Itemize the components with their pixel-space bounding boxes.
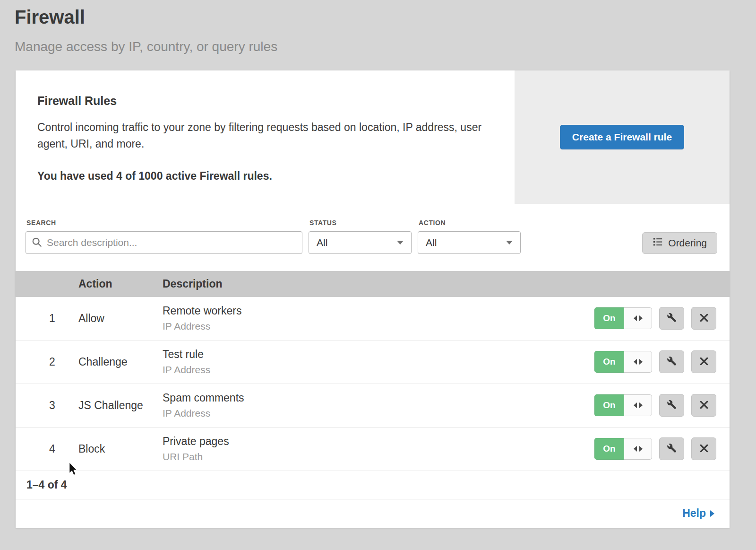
help-bar: Help [16,499,730,528]
close-icon [699,313,709,324]
toggle-on-label[interactable]: On [594,438,624,460]
mouse-cursor-icon [68,462,79,478]
rule-priority: 2 [16,356,78,368]
search-label: SEARCH [26,219,302,227]
create-rule-panel: Create a Firewall rule [515,70,730,204]
create-firewall-rule-button[interactable]: Create a Firewall rule [560,125,684,149]
column-header-action: Action [78,278,163,290]
pagination: 1–4 of 4 [16,471,730,499]
table-header: Action Description [16,271,730,297]
chevron-down-icon [397,241,404,244]
column-header-description: Description [163,278,588,290]
toggle-on-label[interactable]: On [594,351,624,373]
status-label: STATUS [309,219,412,227]
chevron-down-icon [506,241,513,244]
search-icon [32,237,42,247]
rule-action: Challenge [78,356,163,368]
rule-action: Block [78,443,163,455]
toggle-drag-handle-icon[interactable] [624,438,652,460]
delete-rule-button[interactable] [691,307,716,330]
firewall-rules-intro: Firewall Rules Control incoming traffic … [16,70,730,204]
card-description: Control incoming traffic to your zone by… [37,119,486,153]
table-row: 1 Allow Remote workers IP Address On [16,297,730,340]
firewall-card: Firewall Rules Control incoming traffic … [16,70,730,528]
close-icon [699,400,709,411]
help-link-label: Help [682,507,706,520]
delete-rule-button[interactable] [691,437,716,460]
ordering-button-label: Ordering [668,237,707,249]
close-icon [699,444,709,454]
page-subtitle: Manage access by IP, country, or query r… [15,40,756,54]
toggle-drag-handle-icon[interactable] [624,351,652,373]
help-link[interactable]: Help [682,507,714,520]
table-row: 4 Block Private pages URI Path On [16,428,730,471]
wrench-icon [667,443,677,454]
toggle-drag-handle-icon[interactable] [624,307,652,329]
delete-rule-button[interactable] [691,350,716,373]
rule-priority: 1 [16,312,78,325]
table-row: 3 JS Challenge Spam comments IP Address … [16,384,730,428]
edit-rule-button[interactable] [659,394,684,417]
edit-rule-button[interactable] [659,437,684,460]
search-box [26,231,302,254]
triangle-right-icon [710,510,714,517]
ordering-list-icon [653,236,663,249]
edit-rule-button[interactable] [659,350,684,373]
action-select-value: All [426,237,437,248]
wrench-icon [667,356,677,367]
rule-action: Allow [78,312,163,325]
filters-bar: SEARCH STATUS All [16,204,730,271]
edit-rule-button[interactable] [659,307,684,330]
page-title: Firewall [15,7,756,27]
status-select[interactable]: All [309,231,412,254]
status-select-value: All [317,237,327,248]
close-icon [699,357,709,367]
firewall-page: Firewall Manage access by IP, country, o… [0,0,756,528]
rule-priority: 4 [16,443,78,455]
table-row: 2 Challenge Test rule IP Address On [16,340,730,384]
search-input[interactable] [26,231,302,254]
rule-enabled-toggle[interactable]: On [594,394,652,416]
toggle-on-label[interactable]: On [594,394,624,416]
rule-description: Spam comments [163,392,588,404]
rule-enabled-toggle[interactable]: On [594,438,652,460]
rule-description: Test rule [163,348,588,361]
rule-match-type: URI Path [163,451,588,463]
action-label: ACTION [419,219,521,227]
usage-text: You have used 4 of 1000 active Firewall … [37,170,486,183]
rule-enabled-toggle[interactable]: On [594,351,652,373]
rule-enabled-toggle[interactable]: On [594,307,652,329]
rule-action: JS Challenge [78,399,163,412]
rule-match-type: IP Address [163,408,588,419]
wrench-icon [667,400,677,411]
rule-match-type: IP Address [163,364,588,375]
rule-priority: 3 [16,399,78,412]
card-heading: Firewall Rules [37,94,486,108]
wrench-icon [667,313,677,324]
ordering-button[interactable]: Ordering [642,232,717,254]
action-select[interactable]: All [418,231,521,254]
delete-rule-button[interactable] [691,394,716,417]
rule-description: Private pages [163,435,588,448]
rule-match-type: IP Address [163,321,588,332]
toggle-drag-handle-icon[interactable] [624,394,652,416]
rule-description: Remote workers [163,305,588,317]
toggle-on-label[interactable]: On [594,307,624,329]
